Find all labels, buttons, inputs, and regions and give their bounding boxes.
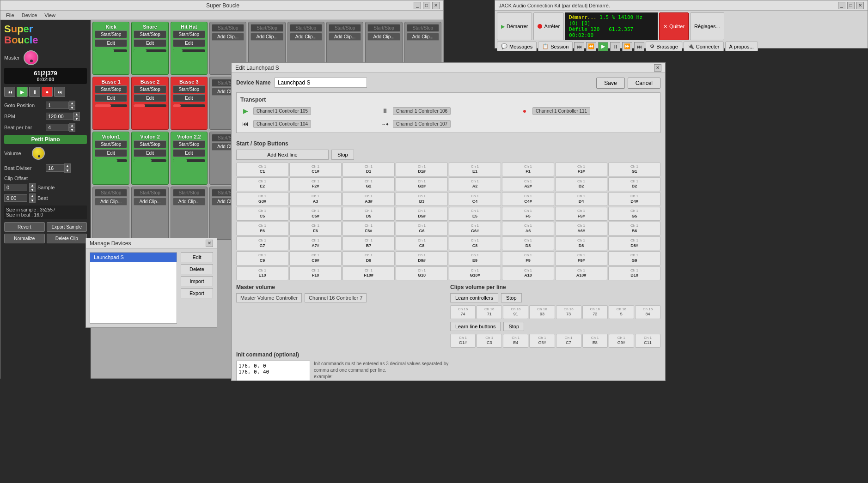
- key-A6s[interactable]: Ch 1A6#: [555, 222, 607, 235]
- key-D9s[interactable]: Ch 1D9#: [396, 251, 448, 265]
- clip-startstop[interactable]: Start/Stop: [95, 85, 127, 93]
- offset-sample-down[interactable]: ▼: [29, 187, 36, 192]
- jack-minimize[interactable]: _: [838, 2, 845, 9]
- clip-startstop[interactable]: Start/Stop: [173, 140, 205, 148]
- key-C9s[interactable]: Ch 1C9#: [289, 251, 342, 265]
- clip-addclip[interactable]: Add Clip...: [367, 33, 400, 41]
- clip-addclip[interactable]: Add Clip...: [134, 198, 166, 205]
- cv-ch3[interactable]: Ch 1691: [503, 305, 528, 319]
- md-device-launchpad[interactable]: Launchpad S: [90, 253, 177, 262]
- bpm-input[interactable]: [46, 113, 73, 120]
- add-next-line-button[interactable]: Add Next line: [236, 150, 329, 160]
- line-ch2[interactable]: Ch 1C3: [477, 334, 502, 348]
- md-edit-button[interactable]: Edit: [181, 252, 213, 262]
- clip-startstop[interactable]: Start/Stop: [173, 30, 205, 38]
- key-G6[interactable]: Ch 1G6: [396, 222, 448, 235]
- minimize-button[interactable]: _: [414, 2, 421, 9]
- key-A3[interactable]: Ch 1A3: [289, 192, 342, 206]
- line-ch5[interactable]: Ch 1C7: [556, 334, 581, 348]
- rewind-button[interactable]: ⏮: [4, 87, 15, 97]
- clip-startstop[interactable]: Start/Stop: [173, 189, 205, 197]
- jack-prev[interactable]: ⏮: [574, 42, 584, 51]
- cancel-button[interactable]: Cancel: [628, 78, 660, 89]
- key-B3[interactable]: Ch 1B3: [396, 192, 448, 206]
- clip-startstop[interactable]: Start/Stop: [134, 189, 166, 197]
- md-close[interactable]: ✕: [206, 240, 213, 247]
- key-F9s[interactable]: Ch 1F9#: [555, 251, 607, 265]
- volume-knob[interactable]: [32, 147, 45, 160]
- clip-edit[interactable]: Edit: [95, 94, 127, 102]
- play-controller[interactable]: Channel 1 Controller 105: [253, 107, 311, 115]
- arreter-button[interactable]: Arrêter: [533, 12, 564, 40]
- clip-addclip[interactable]: Add Clip...: [173, 198, 205, 205]
- maximize-button[interactable]: □: [423, 2, 430, 9]
- key-C8b[interactable]: Ch 1C8: [449, 236, 501, 250]
- beat-diviser-input[interactable]: [46, 164, 64, 172]
- clip-startstop[interactable]: Start/Stop: [329, 24, 361, 32]
- jack-maximize[interactable]: □: [847, 2, 855, 9]
- key-G3s[interactable]: Ch 1G3#: [236, 192, 288, 206]
- key-G6s[interactable]: Ch 1G6#: [449, 222, 501, 235]
- line-ch4[interactable]: Ch 1G5#: [529, 334, 555, 348]
- cv-ch2[interactable]: Ch 1671: [477, 305, 502, 319]
- save-button[interactable]: Save: [596, 78, 624, 89]
- jack-ff[interactable]: ⏩: [622, 42, 632, 51]
- clip-startstop[interactable]: Start/Stop: [407, 24, 439, 32]
- key-E5[interactable]: Ch 1E5: [449, 207, 501, 221]
- key-C5s[interactable]: Ch 1C5#: [289, 207, 342, 221]
- next-controller[interactable]: Channel 1 Controller 107: [393, 120, 451, 128]
- offset-beat-down[interactable]: ▼: [29, 198, 36, 203]
- bpb-up[interactable]: ▲: [69, 123, 75, 127]
- key-F1[interactable]: Ch 1F1: [502, 163, 554, 176]
- key-A7s[interactable]: Ch 1A7#: [289, 236, 342, 250]
- clip-addclip[interactable]: Add Clip...: [290, 33, 322, 41]
- brassage-button[interactable]: ⚙ Brassage: [646, 42, 682, 51]
- key-F1s[interactable]: Ch 1F1#: [555, 163, 607, 176]
- clip-addclip[interactable]: Add Clip...: [95, 198, 127, 205]
- demarrer-button[interactable]: ▶ Démarrer: [497, 12, 532, 40]
- key-G2s[interactable]: Ch 1G2#: [396, 177, 448, 191]
- connecter-button[interactable]: 🔌 Connecter: [684, 42, 724, 51]
- key-D4s[interactable]: Ch 1D4#: [608, 192, 660, 206]
- line-stop-button[interactable]: Stop: [503, 322, 524, 331]
- clip-startstop[interactable]: Start/Stop: [251, 24, 283, 32]
- beat-per-bar-input[interactable]: [46, 124, 69, 131]
- line-ch6[interactable]: Ch 1E8: [582, 334, 608, 348]
- close-button[interactable]: ✕: [432, 2, 440, 9]
- device-name-input[interactable]: [275, 78, 367, 88]
- key-D9[interactable]: Ch 1D9: [342, 251, 395, 265]
- a-propos-button[interactable]: À propos...: [725, 42, 758, 51]
- bpm-down[interactable]: ▼: [73, 116, 80, 121]
- init-textarea[interactable]: 176, 0, 0 176, 0, 40: [236, 361, 310, 380]
- line-ch8[interactable]: Ch 1C11: [635, 334, 660, 348]
- clip-addclip[interactable]: Add Clip...: [251, 33, 283, 41]
- key-C4[interactable]: Ch 1C4: [449, 192, 501, 206]
- jack-play[interactable]: ▶: [598, 42, 608, 51]
- menu-view[interactable]: View: [41, 12, 59, 18]
- clip-addclip[interactable]: Add Clip...: [329, 33, 361, 41]
- key-B10[interactable]: Ch 1B10: [608, 266, 660, 280]
- delete-clip-button[interactable]: Delete Clip: [47, 234, 87, 243]
- key-G9[interactable]: Ch 1G9: [608, 251, 660, 265]
- key-G7[interactable]: Ch 1G7: [236, 236, 288, 250]
- clip-startstop[interactable]: Start/Stop: [212, 24, 244, 32]
- quitter-button[interactable]: ✕ Quitter: [659, 12, 689, 40]
- offset-beat-input[interactable]: [4, 194, 27, 202]
- offset-sample-up[interactable]: ▲: [29, 183, 36, 187]
- key-D8s[interactable]: Ch 1D8#: [608, 236, 660, 250]
- line-ch1[interactable]: Ch 1G1#: [450, 334, 476, 348]
- key-E9[interactable]: Ch 1E9: [449, 251, 501, 265]
- key-F9[interactable]: Ch 1F9: [502, 251, 554, 265]
- clip-startstop[interactable]: Start/Stop: [95, 30, 127, 38]
- clip-startstop[interactable]: Start/Stop: [173, 85, 205, 93]
- forward-button[interactable]: ⏭: [54, 87, 65, 97]
- key-G5[interactable]: Ch 1G5: [608, 207, 660, 221]
- cv-ch7[interactable]: Ch 165: [609, 305, 634, 319]
- cv-ch1[interactable]: Ch 1674: [450, 305, 476, 319]
- key-B2b[interactable]: Ch 1B2: [608, 177, 660, 191]
- learn-controllers-button[interactable]: Learn controllers: [450, 293, 498, 302]
- key-E10[interactable]: Ch 1E10: [236, 266, 288, 280]
- key-F6s[interactable]: Ch 1F6#: [342, 222, 395, 235]
- key-C9[interactable]: Ch 1C9: [236, 251, 288, 265]
- clip-startstop[interactable]: Start/Stop: [95, 140, 127, 148]
